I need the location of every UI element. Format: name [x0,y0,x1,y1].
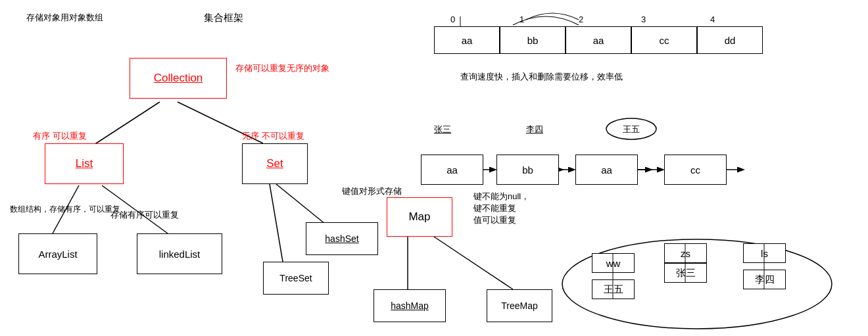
map-key-zs: zs [664,243,707,263]
linked-val-3: cc [690,164,700,176]
linked-node-0: aa [421,155,483,185]
arraylist-box: ArrayList [18,233,97,274]
idx-4: 4 [710,14,715,24]
array-note: 查询速度快，插入和删除需要位移，效率低 [460,71,623,83]
wangwu-oval-svg: 王五 [605,117,658,141]
idx-0: 0 [450,14,455,24]
list-prop: 有序 可以重复 [33,130,87,142]
map-val-wangwu: 王五 [592,279,635,299]
arr-val-1: bb [527,35,539,46]
svg-text:王五: 王五 [623,124,640,134]
linkedlist-label: linkedList [159,249,201,260]
linkedlist-box: linkedList [137,233,222,274]
val-zhangsan: 张三 [676,267,696,279]
heading-collection: 集合框架 [204,12,243,24]
arr-val-4: dd [725,35,736,46]
arr-cell-2: aa [566,26,631,54]
arr-val-0: aa [462,35,473,46]
arraylist-label: ArrayList [38,249,77,260]
map-key-ww: ww [592,253,635,273]
linked-node-2: aa [575,155,638,185]
key-zs: zs [681,248,690,259]
list-box: List [45,143,124,184]
arr-val-2: aa [593,35,604,46]
hashset-box: hashSet [306,222,378,255]
val-wangwu: 王五 [604,283,623,296]
map-box: Map [387,197,452,237]
idx-3: 3 [641,14,646,24]
set-box: Set [242,143,308,184]
svg-line-0 [94,102,160,145]
arr-val-3: cc [660,35,669,46]
arr-cell-1: bb [500,26,566,54]
map-note1: 键不能为null， [473,191,529,203]
linked-node-3: cc [664,155,727,185]
map-val-zhangsan: 张三 [664,263,707,283]
key-ls: ls [761,248,768,259]
hashmap-box: hashMap [374,289,446,322]
map-key-ls: ls [743,243,786,263]
map-label: Map [408,210,430,224]
map-val-lisi: 李四 [743,270,786,289]
map-desc: 键值对形式存储 [342,185,402,197]
treemap-box: TreeMap [487,289,552,322]
collection-box: Collection [130,58,227,99]
set-prop: 无序 不可以重复 [242,130,304,142]
treemap-label: TreeMap [501,300,538,311]
list-label: List [76,157,93,170]
arr-cell-4: dd [697,26,763,54]
svg-line-4 [276,184,329,227]
key-ww: ww [606,258,621,269]
treeset-label: TreeSet [279,273,312,283]
linkedlist-desc: 存储有序可以重复 [110,209,179,221]
set-label: Set [266,157,283,170]
val-lisi: 李四 [755,274,775,286]
map-note3: 值可以重复 [473,214,516,226]
heading-array: 存储对象用对象数组 [26,12,103,24]
map-note2: 键不能重复 [473,203,516,214]
linked-label-lisi: 李四 [526,124,543,135]
idx-2: 2 [579,14,583,24]
idx-1: 1 [519,14,524,24]
svg-line-5 [270,184,283,262]
arr-cell-0: aa [434,26,500,54]
treeset-box: TreeSet [263,262,329,295]
hashmap-label: hashMap [391,300,429,311]
linked-node-1: bb [496,155,559,185]
arraylist-desc: 数组结构，存储有序，可以重复 [10,204,112,215]
linked-val-0: aa [446,164,458,176]
arr-cell-3: cc [631,26,697,54]
linked-val-1: bb [522,164,533,176]
linked-label-zhangsan: 张三 [434,124,451,135]
hashset-label: hashSet [325,233,358,244]
collection-desc: 存储可以重复无序的对象 [235,62,329,74]
linked-val-2: aa [601,164,612,176]
svg-line-7 [434,237,513,289]
collection-label: Collection [154,72,203,85]
